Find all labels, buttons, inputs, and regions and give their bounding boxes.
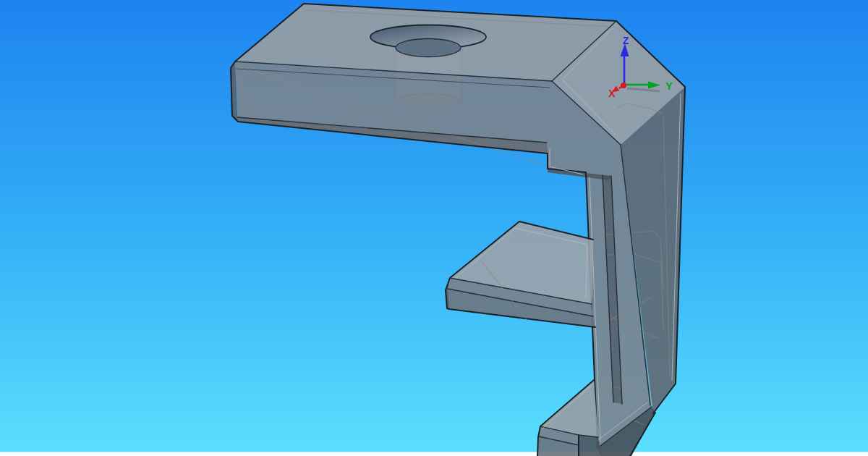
bore-opening bbox=[396, 39, 461, 57]
axis-z-label: Z bbox=[623, 35, 629, 46]
cad-viewport: Z Y X bbox=[0, 0, 868, 456]
footer-strip bbox=[0, 452, 868, 456]
cad-viewport-canvas[interactable]: Z Y X bbox=[0, 0, 868, 456]
axis-origin-dot bbox=[621, 83, 626, 88]
axis-y-label: Y bbox=[665, 80, 673, 92]
foot-side-face bbox=[579, 435, 602, 456]
axis-x-label: X bbox=[608, 88, 616, 99]
